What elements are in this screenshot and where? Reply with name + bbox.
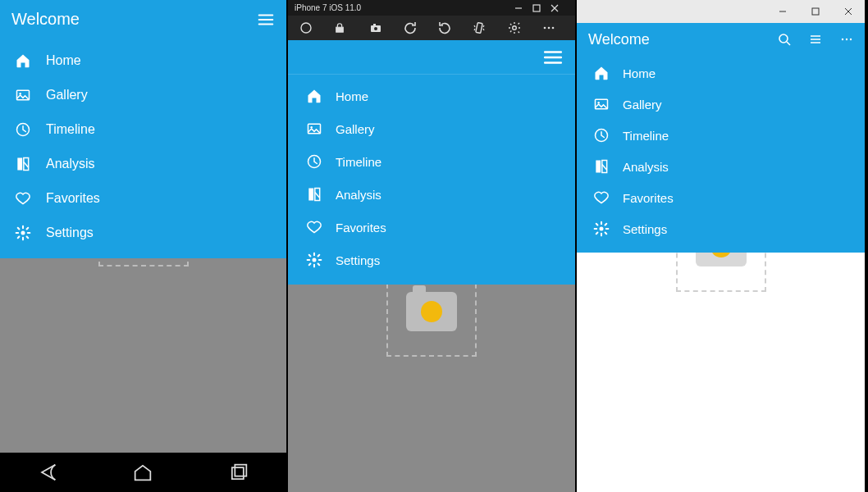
menu-item-label: Settings	[46, 226, 94, 240]
close-button[interactable]	[550, 4, 569, 12]
hamburger-icon[interactable]	[542, 47, 564, 68]
svg-point-16	[544, 27, 546, 30]
settings-icon	[13, 223, 33, 243]
svg-point-9	[301, 23, 311, 33]
menu-item-label: Timeline	[46, 122, 95, 137]
svg-point-13	[374, 27, 377, 30]
menu-item-timeline[interactable]: Timeline	[577, 120, 865, 151]
svg-rect-8	[533, 5, 540, 11]
hamburger-icon[interactable]	[257, 11, 275, 29]
screenshot-icon[interactable]	[369, 21, 391, 34]
menu-item-label: Gallery	[623, 98, 662, 112]
menu-item-label: Gallery	[46, 88, 88, 102]
svg-point-35	[600, 227, 604, 231]
menu-item-favorites[interactable]: Favorites	[288, 211, 575, 244]
timeline-icon	[304, 152, 324, 171]
simulator-device-label: iPhone 7 iOS 11.0	[295, 3, 514, 12]
ios-nav-bar	[288, 40, 575, 75]
maximize-button[interactable]	[532, 4, 550, 12]
menu-item-settings[interactable]: Settings	[0, 216, 286, 250]
menu-item-favorites[interactable]: Favorites	[0, 181, 286, 216]
menu-item-home[interactable]: Home	[0, 43, 286, 78]
back-button[interactable]	[36, 461, 59, 484]
svg-rect-22	[308, 189, 313, 201]
recents-button[interactable]	[227, 461, 250, 484]
analysis-icon	[592, 157, 611, 176]
svg-rect-7	[235, 465, 246, 476]
gallery-icon	[592, 94, 611, 114]
menu-item-label: Home	[336, 89, 368, 103]
gallery-icon	[13, 85, 33, 105]
home-indicator-icon[interactable]	[299, 21, 321, 34]
page-title: Welcome	[588, 31, 650, 48]
menu-item-label: Timeline	[623, 129, 669, 143]
more-icon[interactable]	[840, 33, 853, 46]
analysis-icon	[304, 184, 324, 204]
windows-command-bar: Welcome	[577, 23, 865, 56]
svg-rect-12	[373, 24, 376, 25]
svg-point-28	[846, 39, 847, 40]
svg-point-17	[548, 27, 550, 30]
windows-body: Welcome HomeGalleryTimelineAnalysisFavor…	[577, 23, 865, 492]
menu-item-label: Analysis	[46, 157, 95, 171]
search-icon[interactable]	[778, 33, 791, 46]
home-icon	[592, 63, 611, 83]
windows-panel: Welcome HomeGalleryTimelineAnalysisFavor…	[577, 0, 866, 492]
rotate-right-icon[interactable]	[438, 21, 459, 34]
menu-item-favorites[interactable]: Favorites	[577, 182, 865, 213]
minimize-button[interactable]	[514, 4, 532, 12]
timeline-icon	[592, 125, 611, 145]
menu-item-gallery[interactable]: Gallery	[577, 89, 865, 120]
android-system-nav	[0, 453, 286, 492]
menu-item-analysis[interactable]: Analysis	[288, 178, 575, 211]
android-panel: Welcome HomeGalleryTimelineAnalysisFavor…	[0, 0, 288, 492]
svg-point-26	[779, 34, 788, 43]
menu-item-label: Settings	[623, 222, 667, 236]
menu-item-analysis[interactable]: Analysis	[0, 147, 286, 181]
minimize-button[interactable]	[766, 0, 799, 23]
menu-item-analysis[interactable]: Analysis	[577, 151, 865, 182]
menu-item-home[interactable]: Home	[288, 80, 575, 112]
svg-rect-3	[17, 158, 22, 171]
simulator-titlebar: iPhone 7 iOS 11.0	[288, 0, 575, 16]
menu-item-label: Settings	[336, 253, 380, 267]
svg-rect-14	[476, 23, 482, 34]
favorites-icon	[13, 189, 33, 208]
rotate-left-icon[interactable]	[404, 21, 425, 34]
settings-icon	[304, 250, 324, 270]
svg-rect-10	[336, 27, 344, 32]
favorites-icon	[304, 217, 324, 237]
camera-icon	[406, 292, 457, 331]
menu-item-gallery[interactable]: Gallery	[0, 78, 286, 112]
maximize-button[interactable]	[799, 0, 832, 23]
more-icon[interactable]	[542, 21, 564, 34]
svg-rect-25	[812, 8, 819, 15]
menu-item-settings[interactable]: Settings	[577, 213, 865, 244]
favorites-icon	[592, 188, 611, 207]
home-button[interactable]	[131, 461, 154, 484]
menu-item-label: Favorites	[623, 191, 674, 205]
hamburger-icon[interactable]	[809, 33, 822, 46]
shake-icon[interactable]	[473, 21, 494, 34]
gallery-icon	[304, 119, 324, 139]
svg-point-5	[21, 231, 25, 235]
lock-icon[interactable]	[334, 22, 355, 34]
ios-body: HomeGalleryTimelineAnalysisFavoritesSett…	[288, 40, 575, 492]
simulator-toolbar	[288, 16, 575, 40]
menu-item-label: Favorites	[46, 191, 100, 206]
ios-panel: iPhone 7 iOS 11.0	[288, 0, 577, 492]
menu-item-home[interactable]: Home	[577, 57, 865, 89]
menu-item-gallery[interactable]: Gallery	[288, 112, 575, 145]
gear-icon[interactable]	[508, 21, 529, 34]
menu-item-label: Analysis	[336, 188, 381, 202]
menu-item-timeline[interactable]: Timeline	[288, 145, 575, 178]
menu-item-timeline[interactable]: Timeline	[0, 112, 286, 147]
android-nav-drawer: HomeGalleryTimelineAnalysisFavoritesSett…	[0, 39, 286, 258]
menu-item-label: Home	[623, 66, 656, 80]
ios-nav-drawer: HomeGalleryTimelineAnalysisFavoritesSett…	[288, 75, 575, 285]
home-icon	[13, 51, 33, 71]
menu-item-settings[interactable]: Settings	[288, 244, 575, 276]
android-app-bar: Welcome	[0, 0, 286, 39]
svg-rect-33	[596, 161, 601, 173]
close-button[interactable]	[832, 0, 865, 23]
